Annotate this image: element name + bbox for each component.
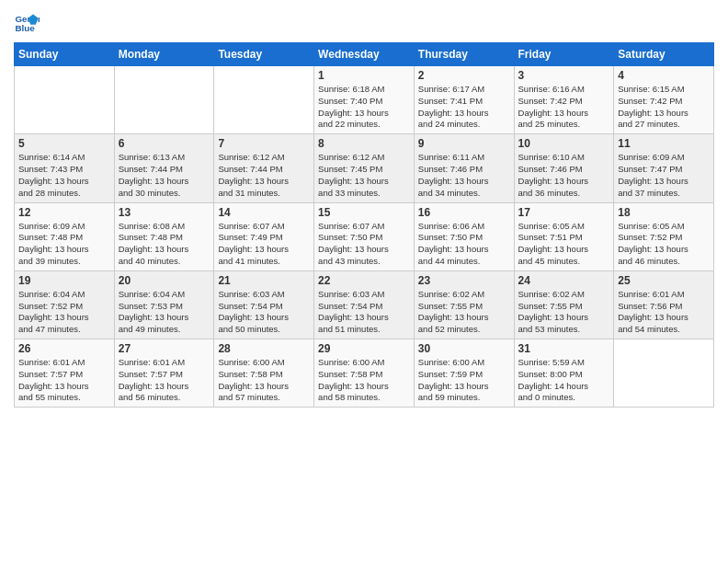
calendar-cell: 24Sunrise: 6:02 AM Sunset: 7:55 PM Dayli… — [514, 270, 614, 339]
calendar-cell: 9Sunrise: 6:11 AM Sunset: 7:46 PM Daylig… — [414, 134, 514, 202]
calendar-cell: 30Sunrise: 6:00 AM Sunset: 7:59 PM Dayli… — [414, 339, 514, 408]
cell-content: Sunrise: 6:04 AM Sunset: 7:52 PM Dayligh… — [18, 289, 110, 336]
cell-content: Sunrise: 6:11 AM Sunset: 7:46 PM Dayligh… — [418, 152, 510, 199]
cell-content: Sunrise: 6:01 AM Sunset: 7:57 PM Dayligh… — [119, 357, 210, 404]
day-number: 13 — [119, 206, 210, 219]
day-number: 11 — [618, 137, 710, 150]
day-number: 29 — [318, 342, 410, 355]
calendar-page: General Blue SundayMondayTuesdayWednesda… — [0, 0, 728, 563]
cell-content: Sunrise: 6:03 AM Sunset: 7:54 PM Dayligh… — [318, 289, 410, 336]
cell-content: Sunrise: 6:08 AM Sunset: 7:48 PM Dayligh… — [119, 221, 210, 268]
cell-content: Sunrise: 6:12 AM Sunset: 7:45 PM Dayligh… — [318, 152, 410, 199]
calendar-cell: 11Sunrise: 6:09 AM Sunset: 7:47 PM Dayli… — [614, 134, 714, 202]
day-number: 17 — [518, 206, 610, 219]
calendar-cell: 31Sunrise: 5:59 AM Sunset: 8:00 PM Dayli… — [514, 339, 614, 408]
day-number: 2 — [418, 69, 510, 82]
day-number: 8 — [318, 137, 410, 150]
day-number: 16 — [418, 206, 510, 219]
cell-content: Sunrise: 5:59 AM Sunset: 8:00 PM Dayligh… — [518, 357, 610, 404]
calendar-cell: 28Sunrise: 6:00 AM Sunset: 7:58 PM Dayli… — [214, 339, 314, 408]
cell-content: Sunrise: 6:03 AM Sunset: 7:54 PM Dayligh… — [218, 289, 310, 336]
cell-content: Sunrise: 6:17 AM Sunset: 7:41 PM Dayligh… — [418, 84, 510, 131]
logo: General Blue — [14, 9, 43, 35]
cell-content: Sunrise: 6:06 AM Sunset: 7:50 PM Dayligh… — [418, 221, 510, 268]
weekday-header-wednesday: Wednesday — [314, 43, 415, 66]
day-number: 31 — [518, 342, 610, 355]
calendar-cell — [214, 66, 314, 134]
cell-content: Sunrise: 6:09 AM Sunset: 7:47 PM Dayligh… — [618, 152, 710, 199]
cell-content: Sunrise: 6:07 AM Sunset: 7:49 PM Dayligh… — [218, 221, 310, 268]
cell-content: Sunrise: 6:04 AM Sunset: 7:53 PM Dayligh… — [119, 289, 210, 336]
calendar-cell — [114, 66, 214, 134]
calendar-cell: 26Sunrise: 6:01 AM Sunset: 7:57 PM Dayli… — [15, 339, 115, 408]
day-number: 19 — [18, 274, 110, 287]
day-number: 4 — [618, 69, 710, 82]
calendar-cell: 23Sunrise: 6:02 AM Sunset: 7:55 PM Dayli… — [414, 270, 514, 339]
day-number: 5 — [18, 137, 110, 150]
calendar-cell: 20Sunrise: 6:04 AM Sunset: 7:53 PM Dayli… — [114, 270, 214, 339]
day-number: 20 — [119, 274, 210, 287]
day-number: 1 — [318, 69, 410, 82]
weekday-header-row: SundayMondayTuesdayWednesdayThursdayFrid… — [15, 43, 714, 66]
cell-content: Sunrise: 6:00 AM Sunset: 7:59 PM Dayligh… — [418, 357, 510, 404]
calendar-cell: 17Sunrise: 6:05 AM Sunset: 7:51 PM Dayli… — [514, 202, 614, 270]
cell-content: Sunrise: 6:10 AM Sunset: 7:46 PM Dayligh… — [518, 152, 610, 199]
calendar-cell: 27Sunrise: 6:01 AM Sunset: 7:57 PM Dayli… — [114, 339, 214, 408]
calendar-cell: 3Sunrise: 6:16 AM Sunset: 7:42 PM Daylig… — [514, 66, 614, 134]
cell-content: Sunrise: 6:14 AM Sunset: 7:43 PM Dayligh… — [18, 152, 110, 199]
day-number: 9 — [418, 137, 510, 150]
weekday-header-friday: Friday — [514, 43, 614, 66]
weekday-header-saturday: Saturday — [614, 43, 714, 66]
header: General Blue — [14, 9, 714, 35]
week-row-5: 26Sunrise: 6:01 AM Sunset: 7:57 PM Dayli… — [15, 339, 714, 408]
day-number: 6 — [119, 137, 210, 150]
day-number: 10 — [518, 137, 610, 150]
day-number: 23 — [418, 274, 510, 287]
day-number: 7 — [218, 137, 310, 150]
calendar-cell: 2Sunrise: 6:17 AM Sunset: 7:41 PM Daylig… — [414, 66, 514, 134]
calendar-cell: 22Sunrise: 6:03 AM Sunset: 7:54 PM Dayli… — [314, 270, 415, 339]
calendar-cell: 15Sunrise: 6:07 AM Sunset: 7:50 PM Dayli… — [314, 202, 415, 270]
cell-content: Sunrise: 6:05 AM Sunset: 7:51 PM Dayligh… — [518, 221, 610, 268]
cell-content: Sunrise: 6:15 AM Sunset: 7:42 PM Dayligh… — [618, 84, 710, 131]
calendar-cell: 13Sunrise: 6:08 AM Sunset: 7:48 PM Dayli… — [114, 202, 214, 270]
cell-content: Sunrise: 6:07 AM Sunset: 7:50 PM Dayligh… — [318, 221, 410, 268]
calendar-cell — [15, 66, 115, 134]
calendar-cell: 8Sunrise: 6:12 AM Sunset: 7:45 PM Daylig… — [314, 134, 415, 202]
day-number: 18 — [618, 206, 710, 219]
day-number: 21 — [218, 274, 310, 287]
day-number: 26 — [18, 342, 110, 355]
weekday-header-tuesday: Tuesday — [214, 43, 314, 66]
week-row-4: 19Sunrise: 6:04 AM Sunset: 7:52 PM Dayli… — [15, 270, 714, 339]
calendar-cell: 7Sunrise: 6:12 AM Sunset: 7:44 PM Daylig… — [214, 134, 314, 202]
day-number: 15 — [318, 206, 410, 219]
week-row-1: 1Sunrise: 6:18 AM Sunset: 7:40 PM Daylig… — [15, 66, 714, 134]
day-number: 12 — [18, 206, 110, 219]
calendar-cell: 10Sunrise: 6:10 AM Sunset: 7:46 PM Dayli… — [514, 134, 614, 202]
week-row-3: 12Sunrise: 6:09 AM Sunset: 7:48 PM Dayli… — [15, 202, 714, 270]
cell-content: Sunrise: 6:02 AM Sunset: 7:55 PM Dayligh… — [518, 289, 610, 336]
cell-content: Sunrise: 6:00 AM Sunset: 7:58 PM Dayligh… — [218, 357, 310, 404]
day-number: 25 — [618, 274, 710, 287]
day-number: 27 — [119, 342, 210, 355]
day-number: 22 — [318, 274, 410, 287]
calendar-cell: 19Sunrise: 6:04 AM Sunset: 7:52 PM Dayli… — [15, 270, 115, 339]
cell-content: Sunrise: 6:18 AM Sunset: 7:40 PM Dayligh… — [318, 84, 410, 131]
week-row-2: 5Sunrise: 6:14 AM Sunset: 7:43 PM Daylig… — [15, 134, 714, 202]
calendar-cell: 18Sunrise: 6:05 AM Sunset: 7:52 PM Dayli… — [614, 202, 714, 270]
calendar-cell: 16Sunrise: 6:06 AM Sunset: 7:50 PM Dayli… — [414, 202, 514, 270]
calendar-cell: 21Sunrise: 6:03 AM Sunset: 7:54 PM Dayli… — [214, 270, 314, 339]
calendar-cell: 29Sunrise: 6:00 AM Sunset: 7:58 PM Dayli… — [314, 339, 415, 408]
calendar-table: SundayMondayTuesdayWednesdayThursdayFrid… — [14, 42, 714, 408]
cell-content: Sunrise: 6:00 AM Sunset: 7:58 PM Dayligh… — [318, 357, 410, 404]
cell-content: Sunrise: 6:09 AM Sunset: 7:48 PM Dayligh… — [18, 221, 110, 268]
cell-content: Sunrise: 6:02 AM Sunset: 7:55 PM Dayligh… — [418, 289, 510, 336]
day-number: 3 — [518, 69, 610, 82]
cell-content: Sunrise: 6:01 AM Sunset: 7:57 PM Dayligh… — [18, 357, 110, 404]
cell-content: Sunrise: 6:12 AM Sunset: 7:44 PM Dayligh… — [218, 152, 310, 199]
calendar-cell: 25Sunrise: 6:01 AM Sunset: 7:56 PM Dayli… — [614, 270, 714, 339]
day-number: 28 — [218, 342, 310, 355]
cell-content: Sunrise: 6:13 AM Sunset: 7:44 PM Dayligh… — [119, 152, 210, 199]
calendar-cell: 12Sunrise: 6:09 AM Sunset: 7:48 PM Dayli… — [15, 202, 115, 270]
calendar-cell: 1Sunrise: 6:18 AM Sunset: 7:40 PM Daylig… — [314, 66, 415, 134]
